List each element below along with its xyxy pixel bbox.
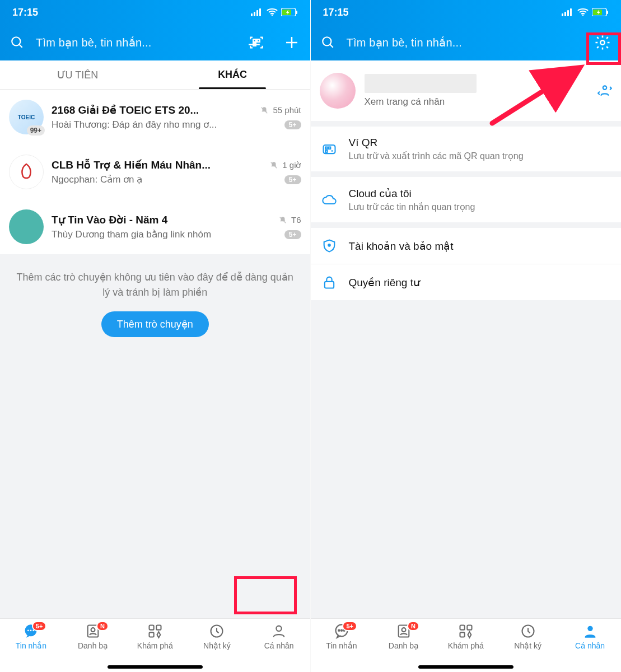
add-conversation-button[interactable]: Thêm trò chuyện: [101, 311, 209, 337]
nav-me[interactable]: Cá nhân: [559, 623, 621, 672]
avatar: [9, 209, 44, 244]
svg-rect-48: [324, 282, 333, 288]
menu-subtitle: Lưu trữ và xuất trình các mã QR quan trọ…: [349, 151, 613, 161]
messages-icon: 5+: [334, 623, 349, 639]
muted-icon: [279, 216, 287, 224]
nav-contacts[interactable]: N Danh bạ: [62, 623, 124, 672]
svg-point-59: [587, 626, 592, 631]
unread-badge: 5+: [284, 230, 301, 239]
wifi-icon: [267, 8, 278, 16]
svg-point-47: [328, 244, 330, 246]
add-icon[interactable]: [283, 34, 300, 51]
messages-icon: 5+: [23, 623, 39, 639]
menu-title: Ví QR: [349, 137, 613, 149]
qr-scan-icon[interactable]: [249, 35, 264, 50]
chat-row[interactable]: TOEIC 99+ 2168 Giải Đề TOEIC ETS 20... 5…: [0, 90, 310, 144]
nav-diary[interactable]: Nhật ký: [186, 623, 248, 672]
menu-subtitle: Lưu trữ các tin nhắn quan trọng: [349, 202, 613, 212]
lock-icon: [320, 274, 339, 290]
search-placeholder: Tìm bạn bè, tin nhắn...: [36, 36, 237, 49]
svg-rect-30: [562, 13, 563, 16]
svg-rect-27: [149, 632, 153, 637]
avatar: TOEIC 99+: [9, 100, 44, 134]
bottom-nav: 5+ Tin nhắn N Danh bạ Khám phá Nhật ký: [311, 618, 622, 672]
nav-label: Cá nhân: [575, 641, 605, 650]
nav-diary[interactable]: Nhật ký: [497, 623, 559, 672]
menu-title: Cloud của tôi: [349, 187, 613, 200]
nav-contacts[interactable]: N Danh bạ: [372, 623, 435, 672]
nav-label: Khám phá: [137, 641, 173, 650]
discover-icon: [458, 623, 474, 639]
phone-right-profile: 17:15 Tìm bạn bè, tin nhắn...: [311, 0, 622, 672]
search-icon: [321, 35, 335, 50]
menu-security[interactable]: Tài khoản và bảo mật: [311, 228, 622, 264]
content-area: Xem trang cá nhân Ví QR Lưu trữ và xuất …: [311, 60, 622, 618]
annotation-arrow: [487, 62, 587, 129]
cloud-icon: [320, 192, 339, 208]
nav-label: Khám phá: [448, 641, 484, 650]
nav-me[interactable]: Cá nhân: [248, 623, 310, 672]
svg-rect-3: [259, 8, 261, 16]
search-bar[interactable]: Tìm bạn bè, tin nhắn...: [0, 25, 310, 60]
svg-point-38: [323, 37, 331, 45]
search-bar[interactable]: Tìm bạn bè, tin nhắn...: [311, 25, 622, 60]
search-icon: [10, 35, 25, 50]
clock: 17:15: [12, 7, 38, 18]
battery-charging-icon: [592, 8, 609, 16]
profile-name-placeholder: [365, 74, 477, 93]
svg-point-41: [603, 86, 607, 90]
svg-point-29: [276, 626, 281, 631]
chat-row[interactable]: CLB Hỗ Trợ & Hiến Máu Nhân... 1 giờ Ngoc…: [0, 144, 310, 199]
nav-discover[interactable]: Khám phá: [124, 623, 186, 672]
avatar: [9, 155, 44, 189]
tab-other[interactable]: KHÁC: [155, 60, 310, 89]
nav-label: Nhật ký: [514, 641, 541, 650]
svg-rect-45: [325, 150, 328, 152]
menu-privacy[interactable]: Quyền riêng tư: [311, 264, 622, 300]
nav-badge: N: [407, 621, 419, 631]
svg-point-40: [600, 40, 605, 45]
nav-label: Cá nhân: [264, 641, 294, 650]
clock: 17:15: [323, 7, 349, 18]
svg-rect-2: [256, 10, 258, 16]
chat-title: CLB Hỗ Trợ & Hiến Máu Nhân...: [52, 158, 265, 171]
nav-discover[interactable]: Khám phá: [435, 623, 497, 672]
person-icon: [271, 623, 287, 639]
qr-wallet-icon: [320, 141, 339, 157]
svg-rect-11: [257, 39, 260, 42]
home-indicator: [418, 665, 513, 669]
settings-icon[interactable]: [594, 34, 611, 51]
wifi-icon: [577, 8, 589, 16]
svg-point-54: [401, 628, 405, 632]
menu-cloud[interactable]: Cloud của tôi Lưu trữ các tin nhắn quan …: [311, 177, 622, 222]
nav-badge: N: [96, 621, 109, 631]
nav-messages[interactable]: 5+ Tin nhắn: [0, 623, 62, 672]
chat-time: T6: [291, 215, 301, 225]
nav-badge: 5+: [342, 621, 357, 631]
nav-label: Tin nhắn: [16, 641, 46, 650]
header: 17:15 Tìm bạn bè, tin nhắn...: [0, 0, 310, 60]
menu-qr[interactable]: Ví QR Lưu trữ và xuất trình các mã QR qu…: [311, 127, 622, 171]
tab-priority[interactable]: ƯU TIÊN: [0, 60, 155, 89]
svg-rect-33: [570, 8, 572, 16]
nav-messages[interactable]: 5+ Tin nhắn: [311, 623, 373, 672]
svg-rect-43: [325, 147, 328, 150]
svg-rect-10: [253, 39, 256, 42]
svg-point-4: [271, 15, 273, 16]
message-tabs: ƯU TIÊN KHÁC: [0, 60, 310, 90]
svg-point-51: [341, 630, 342, 631]
diary-icon: [520, 623, 536, 639]
nav-label: Tin nhắn: [326, 641, 357, 650]
swap-profile-icon[interactable]: [597, 83, 612, 98]
phone-left-messages: 17:15 Tìm bạn bè, tin nhắn...: [0, 0, 311, 672]
nav-badge: 5+: [32, 621, 47, 631]
chat-preview: Hoài Thương: Đáp án đây nho mng ơ...: [52, 119, 280, 130]
chat-row[interactable]: Tự Tin Vào Đời - Năm 4 T6 Thùy Dương tha…: [0, 199, 310, 254]
svg-point-20: [27, 629, 29, 631]
hint-text: Thêm các trò chuyện không ưu tiên vào đâ…: [16, 270, 295, 300]
svg-point-24: [91, 628, 95, 632]
svg-rect-55: [460, 626, 464, 630]
svg-point-8: [12, 37, 20, 45]
status-bar: 17:15: [311, 0, 622, 25]
svg-rect-32: [567, 10, 569, 16]
